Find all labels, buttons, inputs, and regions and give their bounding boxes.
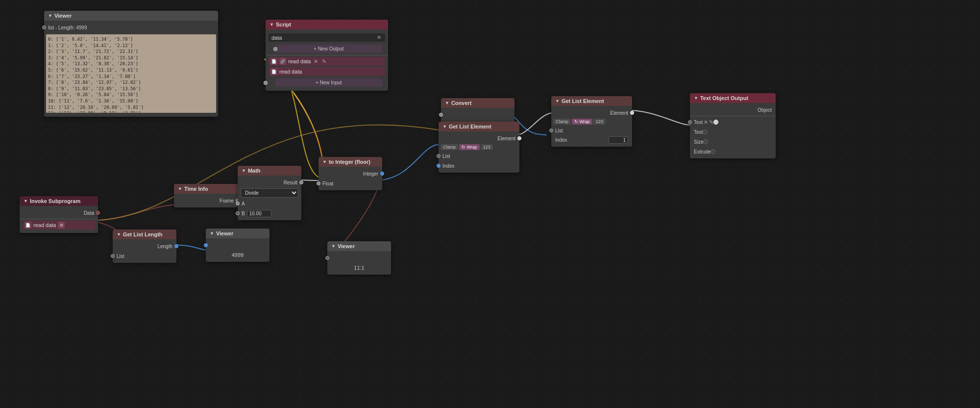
script-read-icon-3: 📄: [270, 68, 277, 75]
viewer-list-line-2: 2: ['3', '11.7', '21.72', '22.31']: [48, 49, 214, 55]
get-list-1-list-label: List: [442, 153, 450, 159]
convert-title: Convert: [451, 100, 472, 106]
viewer-list-line-10: 10: ['11', '7.6', '2.36', '15.98']: [48, 98, 214, 104]
script-read-data-1-edit[interactable]: ✎: [321, 58, 327, 65]
get-list-1-clamp-button[interactable]: Clamp: [441, 144, 458, 150]
to-integer-body: Integer Float: [318, 167, 382, 190]
text-obj-edit-icon[interactable]: ✎: [709, 119, 713, 126]
to-integer-integer-row: Integer: [318, 169, 382, 178]
math-result-row: Result: [238, 178, 301, 187]
script-node: ▼ Script ✕ + New Output 📄 🔗 read data ✕ …: [266, 20, 388, 91]
viewer-list-line-4: 4: ['5', '13.32', '8.38', '20.23']: [48, 61, 214, 67]
get-list-2-list-port[interactable]: [549, 128, 553, 132]
get-list-length-length-row: Length: [113, 241, 176, 251]
math-header[interactable]: ▼ Math: [238, 166, 301, 176]
get-list-2-index-input[interactable]: [609, 136, 628, 144]
get-list-element-2-header[interactable]: ▼ Get List Element: [551, 96, 632, 106]
get-list-1-wrap-button[interactable]: ↻ Wrap: [459, 144, 480, 150]
chevron-icon: ▼: [48, 13, 52, 18]
get-list-1-element-port[interactable]: [517, 136, 521, 140]
time-info-header[interactable]: ▼ Time Info: [174, 184, 238, 194]
get-list-1-list-port[interactable]: [437, 154, 441, 158]
math-node: ▼ Math Result Divide A B: [238, 166, 301, 220]
math-b-left-port[interactable]: [236, 211, 240, 215]
math-b-input[interactable]: [247, 210, 271, 217]
viewer-list-line-3: 3: ['4', '5.99', '21.82', '15.14']: [48, 55, 214, 61]
text-obj-socket-3: [703, 139, 708, 144]
math-body: Result Divide A B: [238, 176, 301, 220]
invoke-read-data-row: 📄 read data ⚙: [23, 221, 95, 230]
script-read-data-1-close[interactable]: ✕: [313, 58, 319, 65]
viewer-top-body: list - Length: 4999 0: ['1', 6.42', '11.…: [44, 21, 218, 117]
script-data-close-button[interactable]: ✕: [376, 34, 382, 41]
invoke-read-data-label: read data: [33, 222, 56, 228]
viewer-11-port-row: [327, 253, 391, 263]
viewer-top-content: 0: ['1', 6.42', '11.34', '5.78'] 1: ['2'…: [46, 34, 216, 113]
invoke-data-right-port[interactable]: [96, 211, 100, 215]
viewer-length-body: 4999: [206, 238, 270, 262]
script-title: Script: [276, 22, 291, 27]
viewer-top-header[interactable]: ▼ Viewer: [44, 11, 218, 21]
get-list-2-clamp-button[interactable]: Clamp: [553, 119, 571, 125]
viewer-length-port-row: [206, 240, 270, 250]
viewer-list-line-7: 7: ['8', '23.84', '12.07', '12.82']: [48, 79, 214, 86]
get-list-2-element-port[interactable]: [630, 111, 634, 115]
text-obj-socket-2: [703, 129, 708, 134]
time-info-node: ▼ Time Info Frame: [174, 184, 238, 207]
get-list-2-element-label: Element: [610, 110, 628, 116]
new-output-button[interactable]: + New Output: [275, 45, 383, 53]
convert-left-port[interactable]: [439, 113, 443, 117]
text-obj-output-node: ▼ Text Object Output Object Text ✕ ✎ Tex…: [690, 93, 776, 158]
get-list-length-title: Get List Length: [123, 231, 163, 237]
get-list-1-num-button[interactable]: 123: [481, 144, 493, 150]
get-list-element-1-header[interactable]: ▼ Get List Element: [439, 122, 519, 131]
get-list-length-list-port[interactable]: [111, 254, 115, 258]
new-input-button[interactable]: + New Input: [275, 78, 383, 87]
invoke-header[interactable]: ▼ Invoke Subprogram: [20, 196, 98, 206]
get-list-2-wrap-button[interactable]: ↻ Wrap: [572, 119, 592, 125]
math-a-label: A: [242, 201, 245, 206]
viewer-11-left-port[interactable]: [325, 256, 329, 260]
get-list-2-num-button[interactable]: 123: [593, 119, 606, 125]
to-integer-node: ▼ to Integer (floor) Integer Float: [318, 157, 382, 190]
math-operation-select[interactable]: Divide: [241, 188, 298, 198]
script-chevron-icon: ▼: [270, 22, 274, 27]
to-integer-chevron-icon: ▼: [322, 159, 327, 164]
viewer-top-left-port[interactable]: [42, 26, 46, 29]
math-a-left-port[interactable]: [236, 202, 240, 205]
script-header[interactable]: ▼ Script: [266, 20, 388, 29]
to-integer-integer-port[interactable]: [380, 172, 384, 176]
get-list-1-element-row: Element: [439, 133, 519, 143]
math-title: Math: [248, 168, 261, 174]
text-obj-text-close[interactable]: ✕: [703, 119, 709, 126]
text-obj-text-row-1: Text ✕ ✎: [690, 117, 776, 127]
time-info-body: Frame: [174, 194, 238, 207]
script-read-data-1-row: 📄 🔗 read data ✕ ✎: [269, 57, 385, 66]
to-integer-float-port[interactable]: [317, 181, 320, 185]
viewer-length-left-port[interactable]: [204, 243, 208, 247]
invoke-settings-icon[interactable]: ⚙: [58, 222, 65, 229]
convert-left-port-row: [441, 110, 514, 120]
script-left-port[interactable]: [264, 81, 268, 85]
get-list-1-index-label: Index: [442, 163, 454, 169]
viewer-list-line-8: 8: ['9', '11.83', '23.05', '13.56']: [48, 86, 214, 92]
script-right-port[interactable]: [273, 47, 277, 51]
invoke-title: Invoke Subprogram: [30, 198, 80, 204]
text-obj-text-port-1[interactable]: [688, 120, 692, 124]
script-read-data-1-label: read data: [288, 58, 311, 64]
get-list-length-length-port[interactable]: [174, 244, 178, 248]
get-list-length-header[interactable]: ▼ Get List Length: [113, 230, 176, 239]
math-result-port[interactable]: [299, 180, 303, 184]
script-read-data-2-row: 📄 read data: [269, 67, 385, 76]
viewer-list-line-12: 12: ['13', '23.98', '9.12', '2.71']: [48, 110, 214, 113]
viewer-length-header[interactable]: ▼ Viewer: [206, 229, 270, 238]
get-list-1-index-port[interactable]: [437, 164, 441, 168]
text-obj-output-header[interactable]: ▼ Text Object Output: [690, 93, 776, 103]
script-body: ✕ + New Output 📄 🔗 read data ✕ ✎ 📄 read …: [266, 29, 388, 91]
get-list-length-node: ▼ Get List Length Length List: [113, 230, 176, 263]
convert-header[interactable]: ▼ Convert: [441, 98, 514, 108]
to-integer-header[interactable]: ▼ to Integer (floor): [318, 157, 382, 167]
script-data-input[interactable]: [271, 35, 374, 41]
text-obj-socket-1: [713, 120, 718, 125]
viewer-11-header[interactable]: ▼ Viewer: [327, 241, 391, 251]
